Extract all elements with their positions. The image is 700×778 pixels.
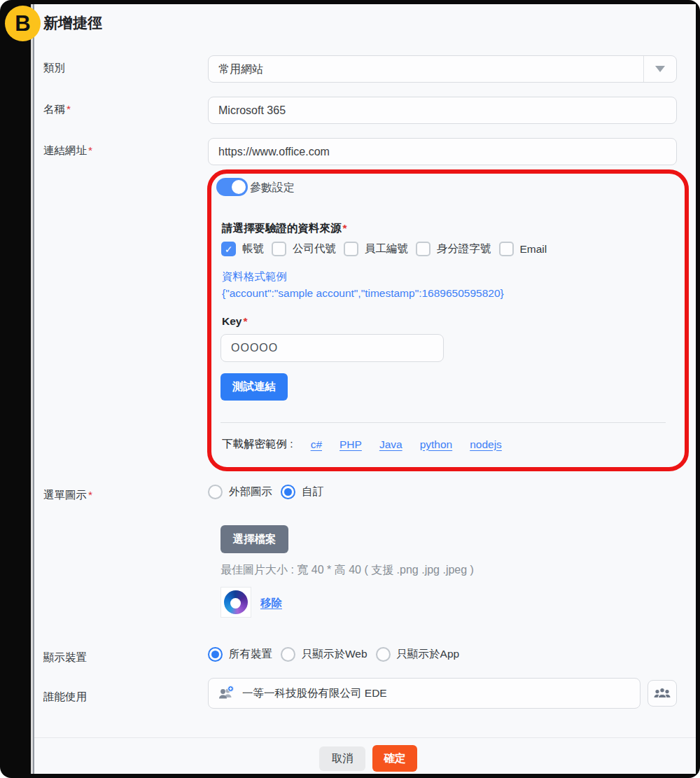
- checkbox-item-national-id[interactable]: 身分證字號: [416, 242, 491, 256]
- checkbox-unchecked[interactable]: [272, 242, 286, 256]
- checkbox-unchecked[interactable]: [416, 242, 430, 256]
- required-asterisk: *: [243, 315, 247, 327]
- download-link-php[interactable]: PHP: [340, 438, 362, 451]
- key-label: Key*: [222, 315, 247, 328]
- remove-icon-link[interactable]: 移除: [260, 596, 282, 611]
- people-group-icon: [653, 686, 671, 701]
- check-icon: ✓: [225, 244, 233, 255]
- param-settings-toggle[interactable]: [216, 178, 248, 196]
- display-device-label: 顯示裝置: [43, 651, 87, 665]
- radio-item-web-only[interactable]: 只顯示於Web: [281, 647, 368, 662]
- annotation-badge-b: B: [5, 6, 41, 41]
- required-asterisk: *: [66, 103, 71, 115]
- name-input[interactable]: [208, 97, 677, 124]
- checkbox-unchecked[interactable]: [499, 242, 514, 256]
- checkbox-item-company-code[interactable]: 公司代號: [272, 242, 336, 256]
- download-link-nodejs[interactable]: nodejs: [470, 438, 502, 451]
- checkbox-checked[interactable]: ✓: [221, 242, 236, 256]
- download-examples-row: 下載解密範例 : c# PHP Java python nodejs: [222, 437, 502, 452]
- url-label: 連結網址*: [43, 144, 92, 158]
- checkbox-unchecked[interactable]: [344, 242, 358, 256]
- radio-item-all-devices[interactable]: 所有裝置: [208, 647, 272, 662]
- checkbox-item-employee-id[interactable]: 員工編號: [344, 242, 408, 256]
- category-selected-value: 常用網站: [209, 56, 643, 82]
- required-asterisk: *: [88, 144, 92, 156]
- menu-icon-radio-group: 外部圖示 自訂: [208, 485, 323, 499]
- key-input[interactable]: [220, 334, 444, 362]
- download-link-python[interactable]: python: [420, 438, 453, 451]
- test-link-button[interactable]: 測試連結: [220, 373, 288, 401]
- radio-selected[interactable]: [281, 485, 295, 499]
- radio-selected[interactable]: [208, 647, 223, 662]
- footer-divider: [34, 737, 696, 738]
- select-group-button[interactable]: [648, 680, 677, 707]
- toggle-knob: [232, 180, 246, 194]
- microsoft-365-logo-icon: [224, 590, 248, 614]
- chevron-down-icon: [655, 66, 665, 72]
- required-asterisk: *: [343, 222, 347, 234]
- image-size-hint: 最佳圖片大小 : 寬 40 * 高 40 ( 支援 .png .jpg .jpe…: [220, 563, 474, 578]
- param-settings-label: 參數設定: [250, 181, 295, 195]
- format-example-label: 資料格式範例: [222, 270, 287, 284]
- checkbox-item-account[interactable]: ✓ 帳號: [221, 242, 264, 256]
- page-title: 新增捷徑: [43, 13, 102, 33]
- download-link-csharp[interactable]: c#: [311, 438, 322, 451]
- section-divider: [220, 422, 666, 423]
- who-can-use-value: 一等一科技股份有限公司 EDE: [242, 686, 387, 701]
- format-example-json: {"account":"sample account","timestamp":…: [222, 287, 504, 300]
- person-add-icon: [218, 686, 234, 701]
- radio-item-app-only[interactable]: 只顯示於App: [376, 647, 460, 662]
- confirm-button[interactable]: 確定: [372, 745, 417, 772]
- cancel-button[interactable]: 取消: [319, 746, 365, 771]
- radio-unselected[interactable]: [208, 485, 223, 499]
- uploaded-icon-preview: [220, 587, 251, 618]
- required-asterisk: *: [88, 489, 92, 501]
- checkbox-item-email[interactable]: Email: [499, 242, 547, 256]
- radio-item-external-icon[interactable]: 外部圖示: [208, 485, 272, 499]
- radio-unselected[interactable]: [376, 647, 391, 662]
- radio-item-custom[interactable]: 自訂: [281, 485, 323, 499]
- url-input[interactable]: [208, 138, 677, 165]
- name-label: 名稱*: [43, 102, 71, 117]
- annotation-badge-label: B: [15, 11, 30, 36]
- category-caret-zone[interactable]: [643, 56, 676, 82]
- screenshot: B 新增捷徑 類別 常用網站 名稱* 連結網址* 參數設定 請選擇要驗證的資料來…: [0, 0, 700, 778]
- choose-file-button[interactable]: 選擇檔案: [220, 525, 288, 553]
- category-select[interactable]: 常用網站: [208, 55, 677, 83]
- who-can-use-label: 誰能使用: [43, 690, 87, 704]
- download-link-java[interactable]: Java: [379, 438, 402, 451]
- category-label: 類別: [43, 61, 65, 76]
- who-can-use-input[interactable]: 一等一科技股份有限公司 EDE: [208, 678, 640, 709]
- download-examples-label: 下載解密範例 :: [222, 437, 293, 452]
- radio-unselected[interactable]: [281, 647, 295, 662]
- data-source-checkbox-group: ✓ 帳號 公司代號 員工編號 身分證字號 Email: [221, 242, 547, 256]
- menu-icon-label: 選單圖示*: [43, 488, 92, 503]
- data-source-label: 請選擇要驗證的資料來源*: [222, 221, 347, 236]
- display-device-radio-group: 所有裝置 只顯示於Web 只顯示於App: [208, 647, 459, 662]
